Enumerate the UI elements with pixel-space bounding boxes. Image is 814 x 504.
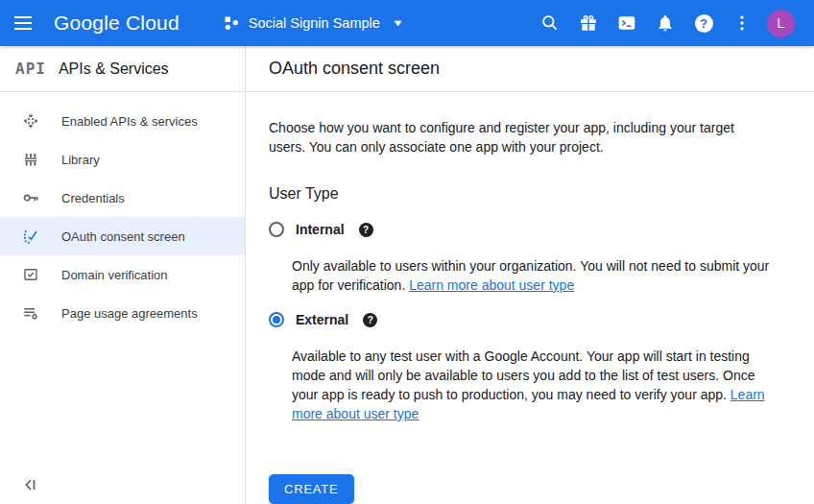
more-options-button[interactable] xyxy=(723,0,761,46)
library-icon xyxy=(22,151,39,168)
external-description-text: Available to any test user with a Google… xyxy=(292,348,755,402)
help-button[interactable]: ? xyxy=(684,0,723,46)
cloud-shell-button[interactable] xyxy=(608,0,646,46)
external-radio-label: External xyxy=(296,312,348,327)
collapse-panel-icon xyxy=(23,477,38,492)
project-name: Social Signin Sample xyxy=(249,15,380,31)
project-selector[interactable]: Social Signin Sample ▼ xyxy=(224,15,402,31)
search-button[interactable] xyxy=(531,0,569,46)
bell-icon xyxy=(656,13,675,33)
internal-description: Only available to users within your orga… xyxy=(292,256,774,295)
main-header: OAuth consent screen xyxy=(246,46,814,92)
create-button[interactable]: CREATE xyxy=(269,474,354,504)
more-vert-icon xyxy=(732,13,752,33)
sidebar-header: API APIs & Services xyxy=(0,46,245,92)
sidebar-nav: Enabled APIs & services Library Credenti… xyxy=(0,92,245,332)
notifications-button[interactable] xyxy=(646,0,684,46)
external-radio[interactable] xyxy=(269,312,284,327)
account-avatar[interactable]: L xyxy=(767,10,795,37)
external-help-icon[interactable]: ? xyxy=(363,313,377,327)
topbar-actions: ? L xyxy=(531,0,814,46)
internal-help-icon[interactable]: ? xyxy=(359,223,373,237)
sidebar-item-label: Page usage agreements xyxy=(61,306,198,321)
chevron-down-icon: ▼ xyxy=(392,18,404,28)
sidebar-item-label: Domain verification xyxy=(61,268,168,282)
sidebar: API APIs & Services Enabled APIs & servi… xyxy=(0,46,246,504)
user-type-option-internal: Internal ? Only available to users withi… xyxy=(269,217,791,295)
sidebar-item-credentials[interactable]: Credentials xyxy=(0,179,245,217)
search-icon xyxy=(540,13,560,33)
sidebar-item-label: Enabled APIs & services xyxy=(61,114,198,129)
collapse-sidebar-button[interactable] xyxy=(21,475,40,494)
sidebar-item-library[interactable]: Library xyxy=(0,140,245,179)
hamburger-icon xyxy=(14,16,32,30)
enabled-apis-icon xyxy=(22,112,39,130)
sidebar-item-domain-verification[interactable]: Domain verification xyxy=(0,255,245,294)
internal-radio[interactable] xyxy=(269,222,284,237)
internal-radio-label: Internal xyxy=(296,222,345,237)
content-area: Choose how you want to configure and reg… xyxy=(246,92,814,504)
offers-button[interactable] xyxy=(569,0,608,46)
sidebar-item-enabled-apis[interactable]: Enabled APIs & services xyxy=(0,102,245,140)
sidebar-item-label: Credentials xyxy=(61,191,125,205)
sidebar-item-oauth-consent-screen[interactable]: OAuth consent screen xyxy=(0,217,245,255)
key-icon xyxy=(22,189,39,206)
cloud-shell-icon xyxy=(617,13,636,33)
project-icon xyxy=(224,15,239,31)
api-product-logo: API xyxy=(15,60,46,78)
google-cloud-logo[interactable]: Google Cloud xyxy=(54,12,180,35)
intro-text: Choose how you want to configure and reg… xyxy=(269,118,751,156)
app-bar: Google Cloud Social Signin Sample ▼ xyxy=(0,0,814,46)
page-title: OAuth consent screen xyxy=(269,59,440,79)
sidebar-item-label: Library xyxy=(61,153,100,167)
hamburger-menu-button[interactable] xyxy=(0,0,46,46)
domain-verification-icon xyxy=(22,266,39,283)
sidebar-product-title: APIs & Services xyxy=(59,60,169,78)
sidebar-item-page-usage-agreements[interactable]: Page usage agreements xyxy=(0,294,245,332)
external-description: Available to any test user with a Google… xyxy=(292,347,774,423)
sidebar-item-label: OAuth consent screen xyxy=(61,229,185,244)
main-panel: OAuth consent screen Choose how you want… xyxy=(246,46,814,504)
help-icon: ? xyxy=(695,14,713,33)
internal-learn-more-link[interactable]: Learn more about user type xyxy=(409,277,574,293)
consent-screen-icon xyxy=(22,228,39,245)
user-type-heading: User Type xyxy=(269,185,791,203)
user-type-option-external: External ? Available to any test user wi… xyxy=(269,307,791,423)
page-usage-agreements-icon xyxy=(22,304,39,322)
gift-icon xyxy=(579,13,598,33)
